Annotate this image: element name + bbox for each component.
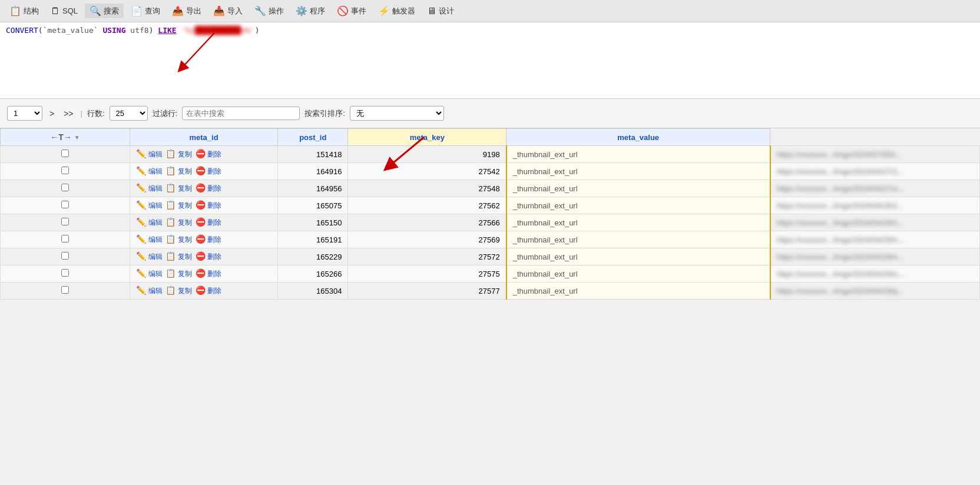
edit-icon: ✏️ <box>136 183 146 192</box>
col-label-meta-id: meta_id <box>189 133 218 142</box>
delete-link[interactable]: 删除 <box>207 184 221 192</box>
toolbar-label-search: 搜索 <box>104 6 119 16</box>
row-action-cell: ✏️ 编辑 📋 复制 ⛔ 删除 <box>130 283 278 300</box>
delete-link[interactable]: 删除 <box>207 253 221 261</box>
row-action-cell: ✏️ 编辑 📋 复制 ⛔ 删除 <box>130 163 278 180</box>
toolbar-label-query: 查询 <box>145 6 160 16</box>
toolbar-item-triggers[interactable]: ⚡ 触发器 <box>373 4 420 18</box>
table-area: ←T→ ▼ meta_id post_id meta_key meta_v <box>0 128 980 485</box>
delete-link[interactable]: 删除 <box>207 218 221 227</box>
cell-meta-key: _thumbnail_ext_url <box>506 231 770 248</box>
copy-icon: 📋 <box>165 285 176 295</box>
row-checkbox[interactable] <box>61 286 69 294</box>
cell-meta-value: https://xxxxxxx.../imgs/2024/07/05/i... <box>770 146 980 163</box>
cell-meta-value: https://xxxxxxx.../imgs/2024/04/29/p... <box>770 283 980 300</box>
edit-link[interactable]: 编辑 <box>148 270 163 278</box>
edit-link[interactable]: 编辑 <box>148 287 163 295</box>
delete-link[interactable]: 删除 <box>207 167 221 175</box>
delete-link[interactable]: 删除 <box>207 235 221 244</box>
filter-input[interactable] <box>182 107 300 120</box>
cell-post-id: 27542 <box>348 163 506 180</box>
search-icon: 🔍 <box>90 5 101 16</box>
col-header-post-id[interactable]: post_id <box>278 129 348 146</box>
sql-icon: 🗒 <box>51 6 60 16</box>
edit-link[interactable]: 编辑 <box>148 150 163 158</box>
row-action-cell: ✏️ 编辑 📋 复制 ⛔ 删除 <box>130 214 278 231</box>
edit-link[interactable]: 编辑 <box>148 167 163 175</box>
cell-meta-id: 165150 <box>278 214 348 231</box>
row-checkbox[interactable] <box>61 201 69 208</box>
import-icon: 📥 <box>213 5 225 16</box>
edit-link[interactable]: 编辑 <box>148 201 163 210</box>
cell-meta-key: _thumbnail_ext_url <box>506 180 770 197</box>
toolbar-label-operations: 操作 <box>269 6 284 16</box>
resize-handle[interactable]: ←T→ <box>50 132 72 142</box>
row-checkbox[interactable] <box>61 252 69 260</box>
toolbar-item-import[interactable]: 📥 导入 <box>208 4 247 18</box>
edit-link[interactable]: 编辑 <box>148 218 163 227</box>
copy-link[interactable]: 复制 <box>178 218 192 227</box>
nav-next-btn[interactable]: > <box>47 108 57 119</box>
sort-select[interactable]: 无 <box>350 106 444 121</box>
row-checkbox[interactable] <box>61 218 69 225</box>
rows-select[interactable]: 25 50 100 <box>110 106 148 121</box>
copy-link[interactable]: 复制 <box>178 150 192 158</box>
col-header-meta-key[interactable]: meta_key <box>348 129 506 146</box>
row-checkbox[interactable] <box>61 235 69 242</box>
row-checkbox[interactable] <box>61 167 69 174</box>
row-checkbox[interactable] <box>61 150 69 157</box>
toolbar-label-structure: 结构 <box>24 6 39 16</box>
col-header-meta-id[interactable]: meta_id <box>130 129 278 146</box>
delete-icon: ⛔ <box>196 234 206 244</box>
delete-link[interactable]: 删除 <box>207 287 221 295</box>
delete-link[interactable]: 删除 <box>207 270 221 278</box>
edit-icon: ✏️ <box>136 251 146 261</box>
toolbar-item-structure[interactable]: 📋 结构 <box>5 4 44 18</box>
toolbar-item-export[interactable]: 📤 导出 <box>167 4 206 18</box>
edit-link[interactable]: 编辑 <box>148 253 163 261</box>
toolbar-item-settings[interactable]: 🖥 设计 <box>422 4 459 18</box>
copy-link[interactable]: 复制 <box>178 270 192 278</box>
copy-link[interactable]: 复制 <box>178 235 192 244</box>
row-action-cell: ✏️ 编辑 📋 复制 ⛔ 删除 <box>130 180 278 197</box>
edit-icon: ✏️ <box>136 268 146 278</box>
copy-link[interactable]: 复制 <box>178 201 192 210</box>
programs-icon: ⚙️ <box>296 5 307 16</box>
toolbar-item-search[interactable]: 🔍 搜索 <box>85 4 124 18</box>
copy-link[interactable]: 复制 <box>178 167 192 175</box>
toolbar-item-events[interactable]: 🚫 事件 <box>332 4 371 18</box>
toolbar-item-programs[interactable]: ⚙️ 程序 <box>291 4 330 18</box>
row-action-cell: ✏️ 编辑 📋 复制 ⛔ 删除 <box>130 248 278 265</box>
data-table: ←T→ ▼ meta_id post_id meta_key meta_v <box>0 128 980 300</box>
copy-link[interactable]: 复制 <box>178 253 192 261</box>
delete-icon: ⛔ <box>196 200 206 210</box>
edit-icon: ✏️ <box>136 149 146 158</box>
cell-meta-id: 165075 <box>278 197 348 214</box>
toolbar-item-sql[interactable]: 🗒 SQL <box>46 4 82 18</box>
cell-meta-value: https://xxxxxxx.../imgs/2024/04/29/n... <box>770 214 980 231</box>
col-header-meta-value[interactable]: meta_value <box>506 129 770 146</box>
toolbar-label-triggers: 触发器 <box>392 6 415 16</box>
row-action-cell: ✏️ 编辑 📋 复制 ⛔ 删除 <box>130 146 278 163</box>
toolbar-item-query[interactable]: 📄 查询 <box>126 4 165 18</box>
delete-link[interactable]: 删除 <box>207 201 221 210</box>
edit-link[interactable]: 编辑 <box>148 235 163 244</box>
copy-link[interactable]: 复制 <box>178 184 192 192</box>
cell-meta-id: 165266 <box>278 265 348 283</box>
row-checkbox[interactable] <box>61 184 69 191</box>
col-header-actions: ←T→ ▼ <box>1 129 130 146</box>
copy-link[interactable]: 复制 <box>178 287 192 295</box>
delete-icon: ⛔ <box>196 149 206 158</box>
sql-string-value: '%i██████████n%' <box>181 26 254 35</box>
row-checkbox[interactable] <box>61 269 69 277</box>
table-row: ✏️ 编辑 📋 复制 ⛔ 删除 16519127569_thumbnail_ex… <box>1 231 980 248</box>
edit-link[interactable]: 编辑 <box>148 184 163 192</box>
nav-last-btn[interactable]: >> <box>61 108 75 119</box>
toolbar-label-sql: SQL <box>62 6 78 15</box>
toolbar-item-operations[interactable]: 🔧 操作 <box>250 4 289 18</box>
copy-icon: 📋 <box>165 268 176 278</box>
sql-keyword-like: LIKE <box>158 26 176 35</box>
delete-link[interactable]: 删除 <box>207 150 221 158</box>
row-action-cell: ✏️ 编辑 📋 复制 ⛔ 删除 <box>130 231 278 248</box>
page-select[interactable]: 1 <box>7 106 42 121</box>
